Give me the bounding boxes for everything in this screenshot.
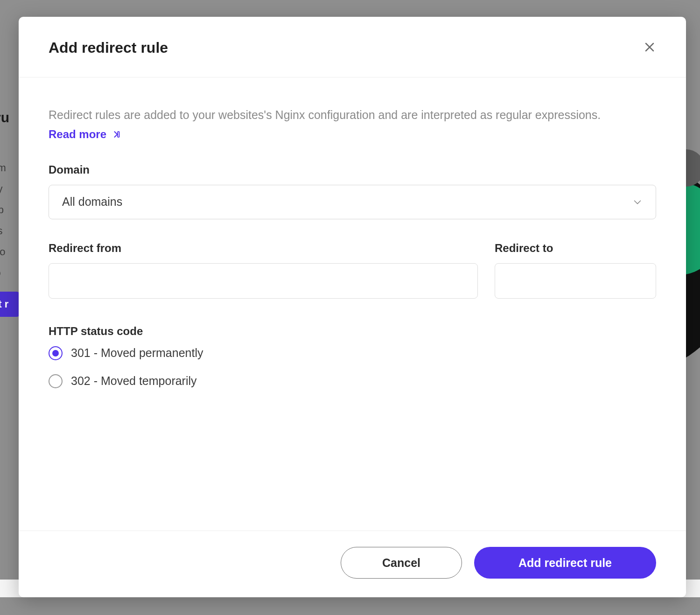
domain-selected-value: All domains (62, 195, 122, 209)
bg-title-fragment: ru (0, 110, 9, 126)
redirect-to-input[interactable] (495, 263, 656, 299)
bg-text-line: ons (0, 222, 2, 240)
close-button[interactable] (643, 42, 656, 55)
read-more-link[interactable]: Read more (49, 128, 120, 141)
redirect-from-label: Redirect from (49, 242, 478, 255)
chevron-down-icon (632, 197, 643, 207)
domain-select[interactable]: All domains (49, 185, 656, 219)
status-code-radio-group: 301 - Moved permanently 302 - Moved temp… (49, 346, 656, 388)
redirect-from-input[interactable] (49, 263, 478, 299)
add-redirect-rule-modal: Add redirect rule Redirect rules are add… (19, 17, 686, 597)
status-code-label: HTTP status code (49, 325, 656, 338)
close-icon (644, 42, 655, 55)
modal-footer: Cancel Add redirect rule (19, 531, 686, 597)
bg-text-line: terp (0, 201, 4, 219)
radio-302[interactable]: 302 - Moved temporarily (49, 374, 656, 388)
bg-text-line: se o (0, 243, 6, 261)
external-link-icon (111, 130, 120, 139)
svg-rect-0 (118, 132, 119, 137)
bg-text-line: eam (0, 159, 6, 177)
bg-text-line: pro (0, 264, 1, 282)
domain-label: Domain (49, 163, 656, 176)
radio-icon (49, 374, 63, 388)
bg-text-line: arly (0, 180, 2, 198)
modal-title: Add redirect rule (49, 39, 168, 56)
redirect-row: Redirect from Redirect to (49, 242, 656, 299)
radio-label: 301 - Moved permanently (71, 346, 203, 360)
read-more-label: Read more (49, 128, 106, 141)
radio-icon (49, 346, 63, 360)
modal-header: Add redirect rule (19, 17, 686, 77)
radio-label: 302 - Moved temporarily (71, 374, 197, 388)
radio-301[interactable]: 301 - Moved permanently (49, 346, 656, 360)
submit-button[interactable]: Add redirect rule (474, 547, 656, 579)
bg-button-fragment: ct r (0, 292, 20, 317)
modal-description: Redirect rules are added to your website… (49, 106, 656, 124)
redirect-to-label: Redirect to (495, 242, 656, 255)
cancel-button[interactable]: Cancel (341, 547, 462, 579)
modal-body: Redirect rules are added to your website… (19, 77, 686, 531)
